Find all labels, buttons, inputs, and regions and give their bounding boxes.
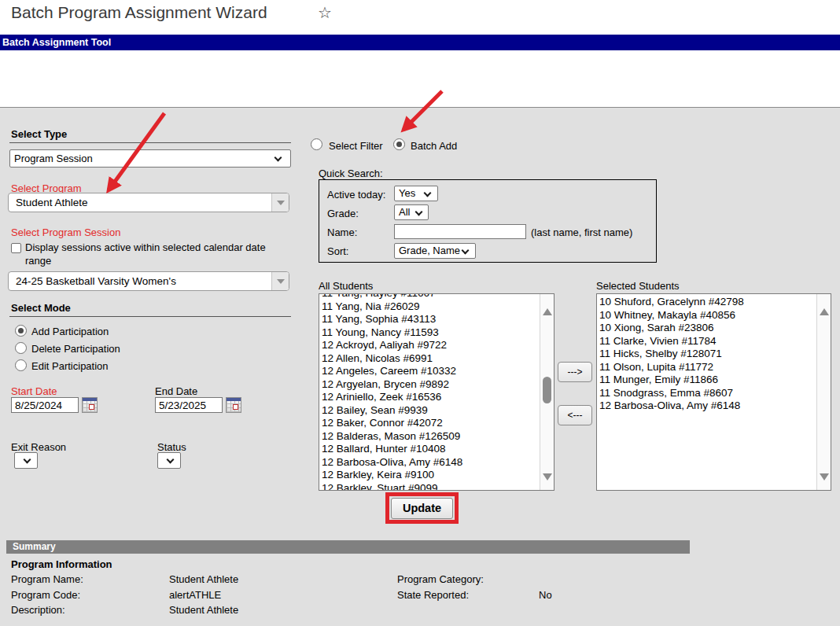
start-date-label: Start Date xyxy=(11,385,57,397)
student-row[interactable]: 11 Young, Nancy #11593 xyxy=(322,326,538,340)
radio-edit-participation-label: Edit Participation xyxy=(31,360,109,372)
student-row[interactable]: 10 Xiong, Sarah #23806 xyxy=(599,322,815,335)
radio-batch-add-label: Batch Add xyxy=(411,140,457,152)
status-label: Status xyxy=(157,441,186,453)
grade-dropdown[interactable]: All xyxy=(394,204,429,220)
grade-value: All xyxy=(399,206,410,218)
summary-header-bar: Summary xyxy=(6,540,690,554)
chevron-down-icon xyxy=(24,456,31,464)
status-dropdown[interactable] xyxy=(157,452,181,469)
student-row[interactable]: 12 Ackroyd, Aaliyah #9722 xyxy=(322,339,538,352)
summary-value: Student Athlete xyxy=(169,604,238,616)
name-label: Name: xyxy=(327,224,357,241)
student-row[interactable]: 12 Barkley, Keira #9100 xyxy=(322,469,538,482)
sort-label: Sort: xyxy=(327,243,348,260)
display-sessions-checkbox[interactable] xyxy=(11,243,21,253)
batch-assignment-wizard: Batch Program Assignment Wizard ☆ Batch … xyxy=(0,0,840,626)
student-row[interactable]: 12 Barbosa-Oliva, Amy #6148 xyxy=(599,400,815,413)
end-date-calendar-icon[interactable] xyxy=(226,397,241,413)
exit-reason-dropdown[interactable] xyxy=(14,452,38,469)
radio-delete-participation[interactable] xyxy=(15,342,27,354)
scroll-down-icon[interactable] xyxy=(543,473,552,481)
all-students-label: All Students xyxy=(319,280,373,292)
select-mode-underline xyxy=(9,303,291,317)
student-row[interactable]: 12 Balderas, Mason #126509 xyxy=(322,430,538,444)
program-session-value: 24-25 Basketball Varsity Women's xyxy=(16,275,176,287)
student-row[interactable]: 10 Shuford, Gracelynn #42798 xyxy=(599,296,815,309)
move-left-button[interactable]: <--- xyxy=(558,405,592,425)
chevron-down-icon xyxy=(274,154,282,162)
select-type-value: Program Session xyxy=(14,153,93,164)
name-hint: (last name, first name) xyxy=(531,224,632,241)
sort-dropdown[interactable]: Grade, Name xyxy=(394,243,476,259)
scroll-up-icon[interactable] xyxy=(543,308,552,315)
intro-section: The Batch Assignment tool adds, deletes,… xyxy=(0,50,840,108)
sort-value: Grade, Name xyxy=(399,245,460,256)
chevron-down-icon xyxy=(415,208,423,216)
summary-value: alertATHLE xyxy=(169,589,221,601)
summary-value: Student Athlete xyxy=(169,573,238,585)
selected-students-listbox[interactable]: 10 Shuford, Gracelynn #4279810 Whitney, … xyxy=(596,293,831,491)
radio-batch-add[interactable] xyxy=(393,138,405,150)
radio-add-participation[interactable] xyxy=(15,325,27,337)
triangle-down-icon xyxy=(277,279,285,284)
end-date-input[interactable] xyxy=(155,397,223,413)
move-right-button[interactable]: ---> xyxy=(558,362,592,382)
start-date-calendar-icon[interactable] xyxy=(82,397,98,413)
summary-label: Description: xyxy=(11,604,65,616)
chevron-down-icon xyxy=(167,456,175,464)
start-date-input[interactable] xyxy=(11,397,79,413)
scroll-up-icon[interactable] xyxy=(820,308,829,315)
program-session-dropdown-button[interactable] xyxy=(271,272,289,290)
student-row[interactable]: 12 Bailey, Sean #9939 xyxy=(322,404,538,418)
chevron-down-icon xyxy=(462,247,470,255)
radio-select-filter[interactable] xyxy=(311,138,322,150)
program-information-title: Program Information xyxy=(11,558,112,570)
student-row[interactable]: 12 Barkley, Stuart #9099 xyxy=(322,482,538,491)
all-students-listbox[interactable]: 11 Yang, Hayley #1166711 Yang, Nia #2602… xyxy=(319,293,554,491)
student-row[interactable]: 10 Whitney, Makayla #40856 xyxy=(599,309,815,322)
radio-edit-participation[interactable] xyxy=(15,359,27,371)
student-row[interactable]: 11 Clarke, Vivien #11784 xyxy=(599,335,815,348)
student-row[interactable]: 11 Yang, Nia #26029 xyxy=(322,300,538,314)
student-row[interactable]: 11 Yang, Sophia #43113 xyxy=(322,313,538,326)
name-input[interactable] xyxy=(394,224,526,239)
all-students-scrollbar[interactable] xyxy=(540,294,554,490)
selected-students-rows: 10 Shuford, Gracelynn #4279810 Whitney, … xyxy=(599,296,815,490)
chevron-down-icon xyxy=(424,190,432,197)
selected-students-label: Selected Students xyxy=(596,280,680,292)
program-session-combobox[interactable]: 24-25 Basketball Varsity Women's xyxy=(8,271,289,291)
scrollbar-thumb[interactable] xyxy=(543,377,551,403)
all-students-rows: 11 Yang, Hayley #1166711 Yang, Nia #2602… xyxy=(322,293,538,490)
radio-add-participation-label: Add Participation xyxy=(31,326,109,337)
select-program-combobox[interactable]: Student Athlete xyxy=(8,193,289,212)
student-row[interactable]: 11 Munger, Emily #11866 xyxy=(599,374,815,387)
grade-label: Grade: xyxy=(327,205,359,222)
student-row[interactable]: 12 Baker, Connor #42072 xyxy=(322,417,538,430)
display-sessions-checkbox-label: Display sessions active within selected … xyxy=(25,241,293,267)
select-type-dropdown[interactable]: Program Session xyxy=(9,149,291,168)
summary-value: No xyxy=(539,589,552,601)
student-row[interactable]: 12 Angeles, Careem #10332 xyxy=(322,365,538,378)
favorite-star-icon[interactable]: ☆ xyxy=(318,3,332,22)
active-today-value: Yes xyxy=(399,187,415,199)
selected-students-scrollbar[interactable] xyxy=(816,294,831,490)
student-row[interactable]: 12 Barbosa-Oliva, Amy #6148 xyxy=(322,456,538,470)
select-type-underline xyxy=(9,129,291,143)
section-banner: Batch Assignment Tool xyxy=(0,35,840,50)
summary-label: State Reported: xyxy=(397,589,469,601)
student-row[interactable]: 12 Allen, Nicolas #6991 xyxy=(322,352,538,366)
scroll-down-icon[interactable] xyxy=(820,473,829,481)
student-row[interactable]: 12 Ballard, Hunter #10408 xyxy=(322,443,538,456)
student-row[interactable]: 12 Argyelan, Brycen #9892 xyxy=(322,378,538,392)
student-row[interactable]: 11 Yang, Hayley #11667 xyxy=(322,293,538,300)
student-row[interactable]: 11 Olson, Lupita #11772 xyxy=(599,361,815,374)
end-date-label: End Date xyxy=(155,385,197,397)
select-program-dropdown-button[interactable] xyxy=(271,193,289,212)
student-row[interactable]: 11 Hicks, Shelby #128071 xyxy=(599,348,815,361)
student-row[interactable]: 12 Ariniello, Zeek #16536 xyxy=(322,391,538,404)
summary-label: Program Category: xyxy=(397,573,484,585)
student-row[interactable]: 11 Snodgrass, Emma #8607 xyxy=(599,387,815,400)
active-today-dropdown[interactable]: Yes xyxy=(394,186,438,201)
select-program-session-label: Select Program Session xyxy=(11,226,120,238)
